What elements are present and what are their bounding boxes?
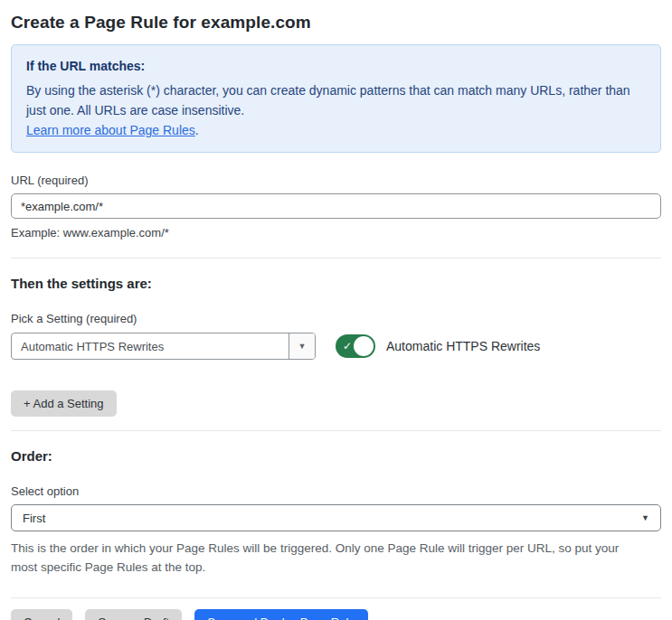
add-setting-button[interactable]: + Add a Setting: [11, 390, 117, 417]
setting-dropdown-value: Automatic HTTPS Rewrites: [12, 333, 289, 359]
order-select-value: First: [12, 512, 641, 525]
settings-section-heading: Then the settings are:: [11, 276, 661, 291]
create-page-rule-form: Create a Page Rule for example.com If th…: [0, 13, 672, 620]
info-box-text: By using the asterisk (*) character, you…: [26, 83, 630, 117]
order-select[interactable]: First ▼: [11, 504, 661, 531]
select-option-label: Select option: [11, 484, 661, 498]
toggle-knob: [354, 336, 374, 356]
link-suffix: .: [195, 123, 199, 137]
toggle-label: Automatic HTTPS Rewrites: [386, 339, 540, 353]
divider-after-settings: [11, 430, 661, 431]
chevron-down-icon: ▼: [298, 342, 307, 351]
order-section-heading: Order:: [11, 448, 661, 464]
url-field-label: URL (required): [11, 174, 661, 187]
divider-after-url: [11, 258, 661, 258]
pick-setting-label: Pick a Setting (required): [11, 312, 661, 325]
order-helper-text: This is the order in which your Page Rul…: [11, 539, 648, 577]
https-rewrites-toggle[interactable]: ✓: [336, 334, 375, 358]
chevron-down-icon: ▼: [641, 513, 660, 522]
info-box-heading: If the URL matches:: [26, 56, 646, 76]
footer-actions: Cancel Save as Draft Save and Deploy Pag…: [11, 609, 661, 620]
url-input[interactable]: [11, 193, 661, 219]
cancel-button[interactable]: Cancel: [11, 609, 72, 620]
save-as-draft-button[interactable]: Save as Draft: [85, 609, 182, 620]
url-example-helper: Example: www.example.com/*: [11, 226, 661, 240]
setting-dropdown-button[interactable]: ▼: [289, 333, 315, 359]
setting-dropdown[interactable]: Automatic HTTPS Rewrites ▼: [11, 333, 316, 360]
divider-before-footer: [11, 597, 661, 598]
check-icon: ✓: [343, 340, 352, 352]
setting-row: Automatic HTTPS Rewrites ▼ ✓ Automatic H…: [11, 333, 661, 360]
url-matches-info-box: If the URL matches: By using the asteris…: [11, 44, 661, 153]
learn-more-link[interactable]: Learn more about Page Rules: [26, 123, 195, 137]
page-title: Create a Page Rule for example.com: [11, 13, 661, 33]
save-and-deploy-button[interactable]: Save and Deploy Page Rule: [194, 609, 367, 620]
info-box-body: By using the asterisk (*) character, you…: [26, 80, 646, 140]
